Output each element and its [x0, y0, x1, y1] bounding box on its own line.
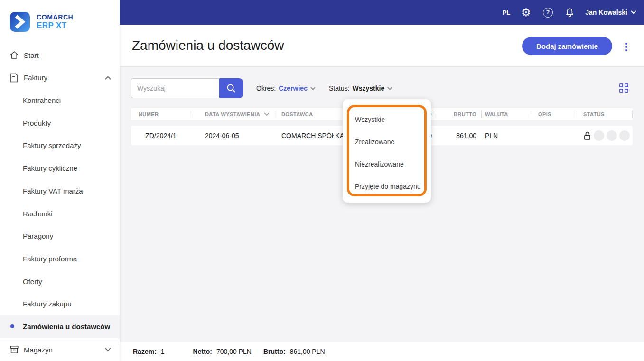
grid-view-icon[interactable] [619, 83, 629, 93]
okres-label: Okres: [256, 84, 276, 92]
search-group [131, 78, 243, 98]
brand-name: COMARCH [37, 13, 73, 21]
status-dot [619, 130, 630, 141]
status-label: Status: [329, 84, 350, 92]
brand-logo[interactable]: COMARCH ERP XT [0, 0, 120, 44]
status-option-niezrealizowane[interactable]: Niezrealizowane [343, 153, 431, 175]
status-option-zrealizowane[interactable]: Zrealizowane [343, 130, 431, 153]
sidebar-item-rachunki[interactable]: Rachunki [0, 202, 120, 225]
summary-netto: Netto: 700,00 PLN [193, 348, 252, 355]
chevron-down-icon [310, 87, 316, 90]
column-header-data-wystawienia[interactable]: DATA WYSTAWIENIA [191, 108, 275, 120]
sidebar-item-faktury-vat-marza[interactable]: Faktury VAT marża [0, 180, 120, 203]
sidebar-item-zamowienia-u-dostawcow[interactable]: Zamówienia u dostawców [0, 315, 120, 338]
brutto-value: 861,00 PLN [290, 348, 325, 355]
sidebar-item-faktury[interactable]: Faktury [0, 66, 120, 89]
unlocked-icon [583, 131, 591, 140]
column-header-waluta[interactable]: WALUTA [481, 108, 531, 120]
user-menu[interactable]: Jan Kowalski [585, 9, 636, 16]
status-dot [607, 130, 617, 141]
warehouse-icon [9, 344, 20, 355]
status-option-wszystkie[interactable]: Wszystkie [343, 108, 431, 130]
column-header-opis[interactable]: OPIS [531, 108, 577, 120]
sidebar-item-oferty[interactable]: Oferty [0, 270, 120, 293]
settings-icon[interactable]: ⚙ [520, 6, 532, 19]
chevron-down-icon [631, 10, 636, 14]
cell-brutto: 861,00 [434, 126, 481, 145]
sidebar-item-label: Faktury [24, 74, 47, 82]
topbar: PL ⚙ ? Jan Kowalski [120, 0, 644, 25]
search-input[interactable] [131, 78, 219, 98]
column-header-numer[interactable]: NUMER [131, 108, 191, 120]
razem-value: 1 [161, 348, 165, 355]
sidebar-item-label: Magazyn [24, 346, 53, 354]
user-name: Jan Kowalski [585, 9, 627, 16]
sidebar-item-faktury-zakupu[interactable]: Faktury zakupu [0, 293, 120, 315]
filter-bar: Okres: Czerwiec Status: Wszystkie [131, 78, 633, 98]
summary-razem: Razem: 1 [133, 348, 165, 355]
app-window: PL ⚙ ? Jan Kowalski COMARCH [0, 0, 644, 361]
sidebar-item-magazyn[interactable]: Magazyn [0, 338, 120, 361]
search-icon [225, 83, 237, 94]
cell-opis [531, 126, 577, 145]
summary-brutto: Brutto: 861,00 PLN [263, 348, 325, 355]
brutto-label: Brutto: [263, 348, 286, 355]
sidebar-item-start[interactable]: Start [0, 44, 120, 66]
sort-chevron-icon [264, 112, 270, 116]
column-header-status[interactable]: STATUS [577, 108, 633, 120]
status-value: Wszystkie [353, 84, 385, 92]
chevron-up-icon[interactable] [105, 76, 111, 80]
page-title: Zamówienia u dostawców [132, 38, 284, 53]
search-button[interactable] [219, 78, 243, 98]
brand-product: ERP XT [37, 21, 73, 30]
status-dropdown-menu: Wszystkie Zrealizowane Niezrealizowane P… [343, 99, 431, 203]
sidebar-item-faktury-proforma[interactable]: Faktury proforma [0, 248, 120, 270]
okres-value: Czerwiec [279, 84, 308, 92]
summary-footer: Razem: 1 Netto: 700,00 PLN Brutto: 861,0… [120, 342, 644, 361]
invoice-icon [9, 72, 20, 83]
sidebar-item-label: Start [24, 51, 39, 59]
chevron-down-icon[interactable] [105, 348, 111, 352]
add-order-button[interactable]: Dodaj zamówienie [522, 37, 612, 55]
sidebar-item-faktury-sprzedazy[interactable]: Faktury sprzedaży [0, 134, 120, 157]
chevron-down-icon [387, 87, 392, 90]
cell-waluta: PLN [481, 126, 531, 145]
column-header-brutto[interactable]: BRUTTO [434, 108, 481, 120]
status-filter[interactable]: Status: Wszystkie [329, 84, 392, 92]
okres-filter[interactable]: Okres: Czerwiec [256, 84, 316, 92]
notifications-icon[interactable] [563, 6, 576, 19]
title-bar: Zamówienia u dostawców Dodaj zamówienie [120, 25, 644, 67]
razem-label: Razem: [133, 348, 157, 355]
kebab-menu-icon[interactable] [625, 42, 628, 52]
comarch-logo-icon [9, 11, 30, 32]
sidebar-item-faktury-cykliczne[interactable]: Faktury cykliczne [0, 157, 120, 180]
netto-label: Netto: [193, 348, 212, 355]
cell-status [577, 126, 633, 145]
sidebar: COMARCH ERP XT Start Faktury Kon [0, 0, 120, 361]
netto-value: 700,00 PLN [216, 348, 252, 355]
cell-numer: ZD/2024/1 [131, 126, 191, 145]
status-dot [594, 130, 604, 141]
sidebar-item-produkty[interactable]: Produkty [0, 111, 120, 134]
sidebar-item-kontrahenci[interactable]: Kontrahenci [0, 89, 120, 112]
status-option-przyjete-do-magazynu[interactable]: Przyjęte do magazynu [343, 175, 431, 197]
cell-data-wystawienia: 2024-06-05 [191, 126, 275, 145]
sidebar-item-paragony[interactable]: Paragony [0, 225, 120, 248]
language-selector[interactable]: PL [503, 9, 511, 16]
help-icon[interactable]: ? [541, 6, 554, 19]
home-icon [9, 49, 20, 61]
